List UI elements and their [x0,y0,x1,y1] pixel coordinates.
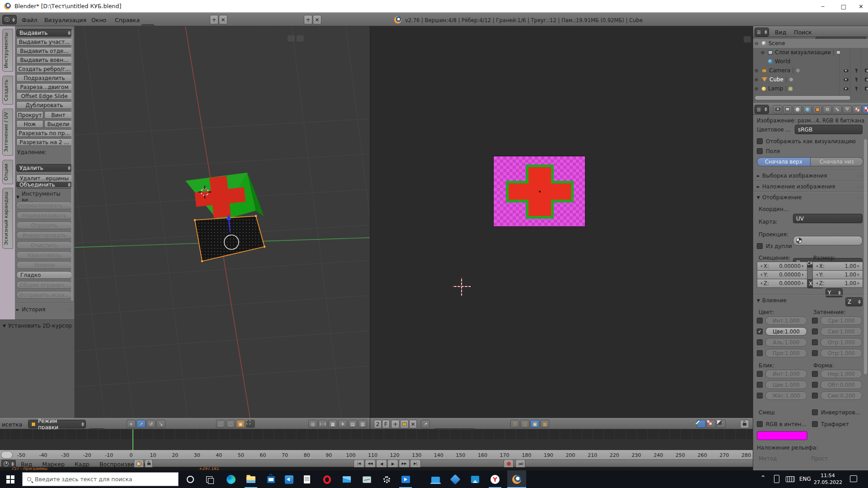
uv-draw-edit-icon[interactable] [697,420,706,428]
region-split-widget2-icon[interactable] [297,35,304,42]
layers-icon-1[interactable]: ▢ [216,420,225,428]
influence-checkbox[interactable] [757,393,763,399]
influence-checkbox[interactable]: ✓ [757,328,763,334]
search-input[interactable]: Введите здесь текст для поиска [22,472,179,486]
panel-handle-icon[interactable]: ∷∷ [66,307,72,312]
influence-checkbox[interactable] [757,371,763,377]
uv-select-island-icon[interactable]: ▦ [540,420,549,428]
tool-button-disabled[interactable]: Исправить иска... [16,291,72,299]
menu-render[interactable]: Визуализация [44,17,86,23]
mail-icon[interactable] [339,472,354,487]
opera-icon[interactable] [319,472,335,487]
selectability-cursor-icon[interactable] [851,84,862,93]
tool-button[interactable]: Выдавить участ... [16,38,72,46]
remove-doubles-button[interactable]: Удалит...ершины [16,174,72,182]
timeline-track-area[interactable] [0,429,753,450]
tool-button-disabled[interactable]: Общее огранич... [16,281,72,289]
fields-lower-first-button[interactable]: Сначала низ [811,157,864,166]
tab-object-icon[interactable] [813,105,822,113]
timeline-menu-item[interactable]: Маркер [42,461,65,468]
tool-button-spin[interactable]: Прокрут [16,111,43,119]
uv-draw-mask-icon[interactable] [717,420,726,428]
tool-button-disabled[interactable]: Нормализовать ... [16,202,72,209]
store-icon[interactable] [263,472,278,487]
outliner-row-render-layers[interactable]: ⊕ Слои визуализации | [753,48,868,57]
tool-button-disabled[interactable]: Очистить [16,241,72,249]
menu-help[interactable]: Справка [115,17,140,23]
screen-layout-add-button[interactable]: + [210,15,218,24]
rings-icon[interactable]: ◎ [308,420,317,428]
connect-device-icon[interactable] [428,472,443,487]
from-dupli-checkbox[interactable] [757,243,763,249]
expander-closed-icon[interactable]: ⊕ [753,68,760,74]
close-button[interactable]: ✕ [854,0,868,13]
tool-button[interactable]: Разрезать по пр... [16,129,72,137]
tool-shelf-tab[interactable]: Опции [2,160,13,184]
tray-phone-icon[interactable] [774,475,779,483]
influence-slider[interactable]: Отр:1.000 [821,338,862,347]
scene-delete-button[interactable]: ✕ [313,15,321,24]
influence-slider[interactable]: Цве:1.000 [765,380,807,389]
tab-render-layers-icon[interactable] [783,105,792,113]
manipulator-axes-icon[interactable]: + [127,420,136,428]
notepad-icon[interactable] [299,472,315,487]
timeline-ruler[interactable]: -50-40-30-20-100102030405060708090100110… [0,450,753,460]
notification-center-icon[interactable] [850,475,857,482]
layers-icon-2[interactable]: ▢ [226,420,235,428]
screen-layout-delete-button[interactable]: ✕ [219,15,227,24]
uv-select-edge-icon[interactable]: ◫ [520,420,529,428]
tray-clock[interactable]: 11:54 27.05.2022 [814,472,842,486]
tool-button-disabled[interactable]: Уровни [16,261,72,269]
tool-button-disabled[interactable]: Отразить [16,221,72,229]
manipulator-rotate-icon[interactable]: ↺ [146,420,156,428]
image-mapping-section-header[interactable]: ►Наложение изображения ∷∷ [757,183,863,190]
tool-button[interactable]: Выдавить отде... [16,47,72,55]
influence-checkbox[interactable] [757,350,763,356]
volume-mixer-icon[interactable] [281,472,297,487]
rgb-to-intensity-checkbox[interactable] [757,421,763,427]
expander-closed-icon[interactable]: ⊕ [760,50,766,56]
tool-button[interactable]: Разреза...двигом [16,83,72,91]
outliner-menu-view[interactable]: Вид [775,29,786,36]
smooth-button[interactable]: Гладко [16,271,72,279]
fields-upper-first-button[interactable]: Сначала верх [757,157,811,166]
tab-scene-icon[interactable] [793,105,802,113]
tool-button-disabled[interactable]: Инвертировать [16,231,72,239]
settings-icon[interactable] [379,472,394,487]
occlude-geometry-icon[interactable] [246,420,255,428]
influence-checkbox[interactable] [812,350,818,356]
edge-icon[interactable] [223,472,239,487]
stencil-checkbox[interactable] [812,421,818,427]
influence-checkbox[interactable] [812,393,818,399]
movies-tv-icon[interactable] [398,472,413,487]
tool-button-select[interactable]: Выдели [44,120,72,128]
size-value-slider[interactable]: X:1.00 [812,262,863,271]
pin-icon[interactable]: 📌︎ [421,420,430,428]
influence-slider[interactable]: Сре:1.000 [821,316,862,325]
influence-slider[interactable]: Обт:0.000 [821,380,862,389]
sampling-section-header[interactable]: ►Выборка изображения ∷∷ [757,173,863,179]
influence-slider[interactable]: Цве:1.000 [765,327,807,336]
properties-vscrollbar[interactable] [864,139,867,374]
invert-checkbox[interactable] [812,409,818,415]
colorspace-selector[interactable]: sRGB [795,125,863,134]
influence-checkbox[interactable] [757,318,763,324]
opengl-render-icon[interactable]: ✈ [338,420,347,428]
tab-texture-icon[interactable] [863,105,868,113]
timeline-menu-item[interactable]: Вид [21,461,32,468]
tool-button-disabled[interactable]: Квантовать [16,251,72,259]
expander-open-icon[interactable]: ⊖ [753,41,760,47]
tool-shelf-tab[interactable]: Затенение / UV [2,108,13,155]
open-image-button[interactable] [400,420,409,428]
size-value-slider[interactable]: Y:1.00 [812,270,863,279]
tab-render-icon[interactable] [773,105,782,113]
lock-button[interactable] [740,420,749,428]
interpolation-icon[interactable]: ⊦⊣ [318,420,327,428]
tool-button[interactable]: Offset Edge Slide [16,92,72,100]
tray-language[interactable]: ENG [799,476,811,482]
tool-button[interactable]: Выдавить вовн... [16,56,72,64]
layers-icon-3[interactable]: ▣ [236,420,245,428]
cortana-icon[interactable] [183,472,198,487]
tray-keyboard-icon[interactable] [786,476,795,482]
influence-slider[interactable]: Инт:1.000 [765,316,807,325]
